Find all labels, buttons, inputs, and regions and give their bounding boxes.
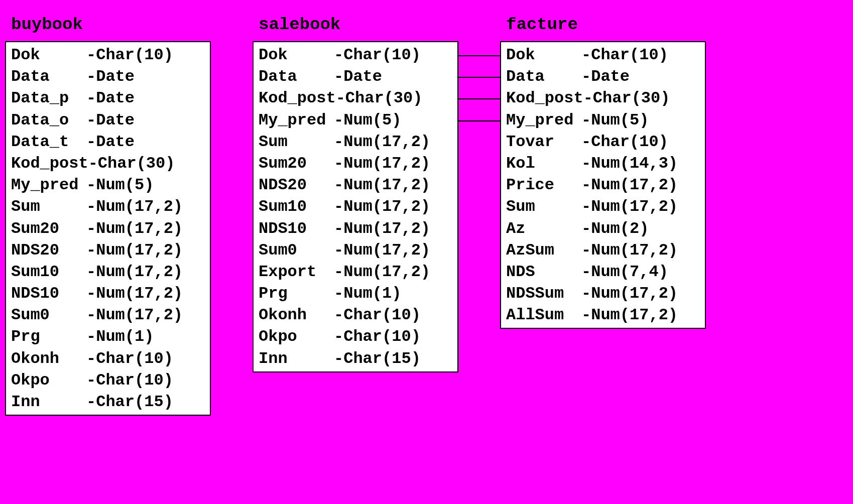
field-row: Data-Date xyxy=(259,66,452,87)
field-row: My_pred-Num(5) xyxy=(259,109,452,131)
field-row: NDS10-Num(17,2) xyxy=(259,218,452,239)
entity-buybook-fields: Dok-Char(10) Data-Date Data_p-Date Data_… xyxy=(6,42,210,415)
field-row: Tovar-Char(10) xyxy=(506,131,700,153)
field-row: Sum10-Num(17,2) xyxy=(11,261,205,283)
entity-title-salebook: salebook xyxy=(259,15,340,34)
field-row: Az-Num(2) xyxy=(506,218,700,239)
field-row: Data_o-Date xyxy=(11,109,205,131)
field-row: Data_p-Date xyxy=(11,87,205,109)
field-row: Kod_post-Char(30) xyxy=(11,153,205,174)
field-row: Okpo-Char(10) xyxy=(11,369,205,391)
relation-line xyxy=(458,55,500,56)
field-row: Sum0-Num(17,2) xyxy=(11,304,205,326)
field-row: NDS-Num(7,4) xyxy=(506,261,700,283)
field-row: NDS10-Num(17,2) xyxy=(11,283,205,304)
relation-line xyxy=(458,77,500,78)
field-row: My_pred-Num(5) xyxy=(11,174,205,196)
entity-buybook[interactable]: Dok-Char(10) Data-Date Data_p-Date Data_… xyxy=(5,41,211,416)
field-row: Kol-Num(14,3) xyxy=(506,153,700,174)
field-row: Data-Date xyxy=(11,66,205,87)
field-row: NDSSum-Num(17,2) xyxy=(506,283,700,304)
field-row: AzSum-Num(17,2) xyxy=(506,239,700,261)
field-row: NDS20-Num(17,2) xyxy=(259,174,452,196)
field-row: Sum-Num(17,2) xyxy=(259,131,452,153)
field-row: Sum-Num(17,2) xyxy=(11,196,205,217)
field-row: Prg-Num(1) xyxy=(259,283,452,304)
field-row: Price-Num(17,2) xyxy=(506,174,700,196)
entity-title-buybook: buybook xyxy=(11,15,83,34)
entity-title-facture: facture xyxy=(506,15,578,34)
field-row: Sum20-Num(17,2) xyxy=(11,218,205,239)
field-row: Sum-Num(17,2) xyxy=(506,196,700,217)
field-row: Data-Date xyxy=(506,66,700,87)
field-row: Sum0-Num(17,2) xyxy=(259,239,452,261)
field-row: Dok-Char(10) xyxy=(506,44,700,66)
field-row: Kod_post-Char(30) xyxy=(506,87,700,109)
field-row: My_pred-Num(5) xyxy=(506,109,700,131)
field-row: Dok-Char(10) xyxy=(11,44,205,66)
field-row: Data_t-Date xyxy=(11,131,205,153)
field-row: Okonh-Char(10) xyxy=(11,348,205,369)
entity-facture[interactable]: Dok-Char(10) Data-Date Kod_post-Char(30)… xyxy=(500,41,706,329)
field-row: NDS20-Num(17,2) xyxy=(11,239,205,261)
field-row: Sum10-Num(17,2) xyxy=(259,196,452,217)
field-row: Okonh-Char(10) xyxy=(259,304,452,326)
relation-line xyxy=(458,98,500,99)
field-row: AllSum-Num(17,2) xyxy=(506,304,700,326)
field-row: Prg-Num(1) xyxy=(11,326,205,347)
field-row: Dok-Char(10) xyxy=(259,44,452,66)
field-row: Okpo-Char(10) xyxy=(259,326,452,347)
entity-salebook-fields: Dok-Char(10) Data-Date Kod_post-Char(30)… xyxy=(254,42,457,371)
entity-facture-fields: Dok-Char(10) Data-Date Kod_post-Char(30)… xyxy=(501,42,705,328)
relation-line xyxy=(458,120,500,121)
field-row: Kod_post-Char(30) xyxy=(259,87,452,109)
field-row: Sum20-Num(17,2) xyxy=(259,153,452,174)
field-row: Inn-Char(15) xyxy=(11,391,205,413)
field-row: Inn-Char(15) xyxy=(259,348,452,369)
field-row: Export-Num(17,2) xyxy=(259,261,452,283)
entity-salebook[interactable]: Dok-Char(10) Data-Date Kod_post-Char(30)… xyxy=(253,41,458,372)
